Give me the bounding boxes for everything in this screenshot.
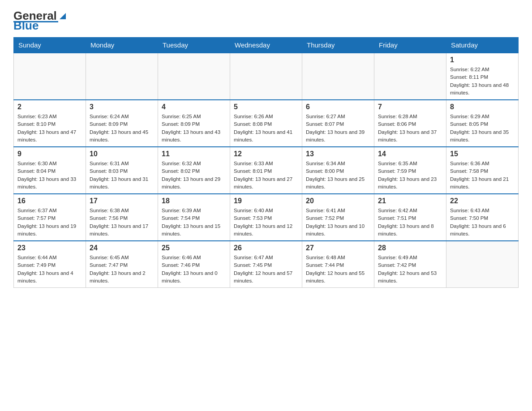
day-number: 12	[234, 150, 298, 158]
calendar-table: SundayMondayTuesdayWednesdayThursdayFrid…	[13, 37, 519, 288]
day-info: Sunrise: 6:43 AMSunset: 7:50 PMDaylight:…	[450, 207, 515, 238]
week-row-3: 9Sunrise: 6:30 AMSunset: 8:04 PMDaylight…	[14, 147, 519, 194]
day-number: 13	[306, 150, 370, 158]
calendar-cell: 19Sunrise: 6:40 AMSunset: 7:53 PMDayligh…	[230, 194, 302, 241]
logo-icon	[58, 11, 68, 21]
day-info: Sunrise: 6:44 AMSunset: 7:49 PMDaylight:…	[17, 254, 82, 285]
calendar-cell: 25Sunrise: 6:46 AMSunset: 7:46 PMDayligh…	[158, 241, 230, 288]
calendar-cell	[374, 53, 446, 100]
calendar-cell	[446, 241, 519, 288]
calendar-cell: 11Sunrise: 6:32 AMSunset: 8:02 PMDayligh…	[158, 147, 230, 194]
day-info: Sunrise: 6:49 AMSunset: 7:42 PMDaylight:…	[378, 254, 442, 285]
day-info: Sunrise: 6:40 AMSunset: 7:53 PMDaylight:…	[234, 207, 298, 238]
day-info: Sunrise: 6:32 AMSunset: 8:02 PMDaylight:…	[162, 160, 226, 191]
day-number: 28	[378, 244, 442, 252]
day-number: 23	[17, 244, 82, 252]
day-number: 7	[378, 103, 442, 111]
day-number: 6	[306, 103, 370, 111]
day-number: 24	[90, 244, 154, 252]
day-number: 11	[162, 150, 226, 158]
day-number: 26	[234, 244, 298, 252]
day-info: Sunrise: 6:38 AMSunset: 7:56 PMDaylight:…	[90, 207, 154, 238]
calendar-cell: 13Sunrise: 6:34 AMSunset: 8:00 PMDayligh…	[302, 147, 374, 194]
calendar-cell: 15Sunrise: 6:36 AMSunset: 7:58 PMDayligh…	[446, 147, 519, 194]
calendar-cell	[14, 53, 86, 100]
day-info: Sunrise: 6:25 AMSunset: 8:09 PMDaylight:…	[162, 113, 226, 144]
calendar-cell: 10Sunrise: 6:31 AMSunset: 8:03 PMDayligh…	[86, 147, 158, 194]
day-number: 21	[378, 197, 442, 205]
day-info: Sunrise: 6:26 AMSunset: 8:08 PMDaylight:…	[234, 113, 298, 144]
weekday-header-sunday: Sunday	[14, 38, 86, 53]
calendar-cell: 24Sunrise: 6:45 AMSunset: 7:47 PMDayligh…	[86, 241, 158, 288]
day-number: 18	[162, 197, 226, 205]
day-number: 25	[162, 244, 226, 252]
calendar-cell	[302, 53, 374, 100]
calendar-cell: 28Sunrise: 6:49 AMSunset: 7:42 PMDayligh…	[374, 241, 446, 288]
calendar-cell: 23Sunrise: 6:44 AMSunset: 7:49 PMDayligh…	[14, 241, 86, 288]
calendar-cell	[158, 53, 230, 100]
calendar-cell: 8Sunrise: 6:29 AMSunset: 8:05 PMDaylight…	[446, 100, 519, 147]
day-number: 1	[450, 56, 515, 64]
week-row-4: 16Sunrise: 6:37 AMSunset: 7:57 PMDayligh…	[14, 194, 519, 241]
calendar-cell: 20Sunrise: 6:41 AMSunset: 7:52 PMDayligh…	[302, 194, 374, 241]
day-info: Sunrise: 6:30 AMSunset: 8:04 PMDaylight:…	[17, 160, 82, 191]
weekday-header-wednesday: Wednesday	[230, 38, 302, 53]
calendar-cell: 1Sunrise: 6:22 AMSunset: 8:11 PMDaylight…	[446, 53, 519, 100]
day-info: Sunrise: 6:28 AMSunset: 8:06 PMDaylight:…	[378, 113, 442, 144]
calendar-cell: 26Sunrise: 6:47 AMSunset: 7:45 PMDayligh…	[230, 241, 302, 288]
calendar-cell: 22Sunrise: 6:43 AMSunset: 7:50 PMDayligh…	[446, 194, 519, 241]
week-row-2: 2Sunrise: 6:23 AMSunset: 8:10 PMDaylight…	[14, 100, 519, 147]
day-number: 20	[306, 197, 370, 205]
day-info: Sunrise: 6:24 AMSunset: 8:09 PMDaylight:…	[90, 113, 154, 144]
weekday-header-row: SundayMondayTuesdayWednesdayThursdayFrid…	[14, 38, 519, 53]
calendar-cell: 4Sunrise: 6:25 AMSunset: 8:09 PMDaylight…	[158, 100, 230, 147]
calendar-cell: 9Sunrise: 6:30 AMSunset: 8:04 PMDaylight…	[14, 147, 86, 194]
day-info: Sunrise: 6:48 AMSunset: 7:44 PMDaylight:…	[306, 254, 370, 285]
day-info: Sunrise: 6:27 AMSunset: 8:07 PMDaylight:…	[306, 113, 370, 144]
weekday-header-friday: Friday	[374, 38, 446, 53]
calendar-cell: 18Sunrise: 6:39 AMSunset: 7:54 PMDayligh…	[158, 194, 230, 241]
calendar-cell	[86, 53, 158, 100]
day-number: 9	[17, 150, 82, 158]
weekday-header-monday: Monday	[86, 38, 158, 53]
day-number: 27	[306, 244, 370, 252]
day-number: 17	[90, 197, 154, 205]
day-info: Sunrise: 6:39 AMSunset: 7:54 PMDaylight:…	[162, 207, 226, 238]
week-row-1: 1Sunrise: 6:22 AMSunset: 8:11 PMDaylight…	[14, 53, 519, 100]
calendar-cell: 16Sunrise: 6:37 AMSunset: 7:57 PMDayligh…	[14, 194, 86, 241]
calendar-cell	[230, 53, 302, 100]
day-number: 22	[450, 197, 515, 205]
day-info: Sunrise: 6:34 AMSunset: 8:00 PMDaylight:…	[306, 160, 370, 191]
day-info: Sunrise: 6:31 AMSunset: 8:03 PMDaylight:…	[90, 160, 154, 191]
weekday-header-saturday: Saturday	[446, 38, 519, 53]
day-info: Sunrise: 6:45 AMSunset: 7:47 PMDaylight:…	[90, 254, 154, 285]
day-number: 14	[378, 150, 442, 158]
day-info: Sunrise: 6:22 AMSunset: 8:11 PMDaylight:…	[450, 66, 515, 97]
day-number: 3	[90, 103, 154, 111]
day-number: 19	[234, 197, 298, 205]
calendar-cell: 5Sunrise: 6:26 AMSunset: 8:08 PMDaylight…	[230, 100, 302, 147]
day-info: Sunrise: 6:46 AMSunset: 7:46 PMDaylight:…	[162, 254, 226, 285]
logo: General Blue	[13, 9, 68, 33]
day-info: Sunrise: 6:36 AMSunset: 7:58 PMDaylight:…	[450, 160, 515, 191]
calendar-cell: 6Sunrise: 6:27 AMSunset: 8:07 PMDaylight…	[302, 100, 374, 147]
day-info: Sunrise: 6:23 AMSunset: 8:10 PMDaylight:…	[17, 113, 82, 144]
day-number: 15	[450, 150, 515, 158]
day-number: 2	[17, 103, 82, 111]
weekday-header-thursday: Thursday	[302, 38, 374, 53]
day-number: 16	[17, 197, 82, 205]
day-number: 10	[90, 150, 154, 158]
calendar-cell: 17Sunrise: 6:38 AMSunset: 7:56 PMDayligh…	[86, 194, 158, 241]
day-info: Sunrise: 6:29 AMSunset: 8:05 PMDaylight:…	[450, 113, 515, 144]
day-number: 8	[450, 103, 515, 111]
weekday-header-tuesday: Tuesday	[158, 38, 230, 53]
day-info: Sunrise: 6:37 AMSunset: 7:57 PMDaylight:…	[17, 207, 82, 238]
calendar-cell: 7Sunrise: 6:28 AMSunset: 8:06 PMDaylight…	[374, 100, 446, 147]
calendar-cell: 14Sunrise: 6:35 AMSunset: 7:59 PMDayligh…	[374, 147, 446, 194]
calendar-cell: 12Sunrise: 6:33 AMSunset: 8:01 PMDayligh…	[230, 147, 302, 194]
day-info: Sunrise: 6:33 AMSunset: 8:01 PMDaylight:…	[234, 160, 298, 191]
calendar-cell: 3Sunrise: 6:24 AMSunset: 8:09 PMDaylight…	[86, 100, 158, 147]
page-header: General Blue	[13, 9, 519, 33]
day-info: Sunrise: 6:35 AMSunset: 7:59 PMDaylight:…	[378, 160, 442, 191]
day-info: Sunrise: 6:47 AMSunset: 7:45 PMDaylight:…	[234, 254, 298, 285]
